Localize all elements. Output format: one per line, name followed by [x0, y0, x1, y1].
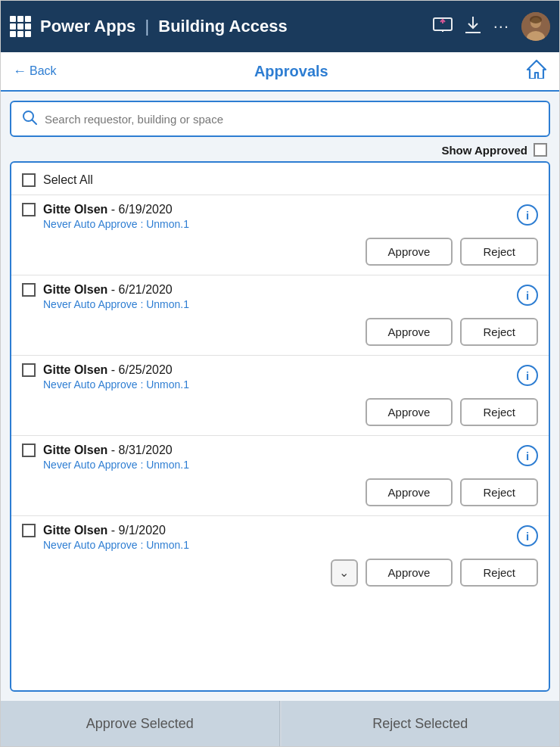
approve-btn-1[interactable]: Approve [366, 318, 453, 346]
approval-item: Gitte Olsen - 6/19/2020 Never Auto Appro… [11, 195, 549, 275]
svg-line-13 [33, 120, 37, 124]
approval-item-top-0: Gitte Olsen - 6/19/2020 Never Auto Appro… [22, 203, 538, 230]
svg-marker-11 [527, 61, 546, 79]
select-all-row: Select All [11, 169, 549, 195]
approve-selected-button[interactable]: Approve Selected [1, 701, 280, 746]
back-arrow-icon: ← [13, 64, 26, 79]
approval-info-1: Gitte Olsen - 6/21/2020 Never Auto Appro… [43, 283, 509, 310]
approval-item: Gitte Olsen - 6/25/2020 Never Auto Appro… [11, 355, 549, 435]
download-icon[interactable] [465, 16, 481, 38]
approvals-list: Select All Gitte Olsen - 6/19/2020 Never… [10, 161, 550, 692]
approval-item-sub-0[interactable]: Never Auto Approve : Unmon.1 [43, 218, 509, 230]
item-checkbox-0[interactable] [22, 203, 36, 216]
back-label: Back [30, 64, 57, 78]
approval-info-0: Gitte Olsen - 6/19/2020 Never Auto Appro… [43, 203, 509, 230]
reject-selected-button[interactable]: Reject Selected [282, 701, 560, 746]
approval-actions-4: ⌄ Approve Reject [22, 559, 538, 587]
approval-actions-3: Approve Reject [22, 478, 538, 506]
reject-btn-1[interactable]: Reject [460, 318, 538, 346]
approval-item-name-2: Gitte Olsen - 6/25/2020 [43, 363, 509, 377]
approval-actions-2: Approve Reject [22, 398, 538, 426]
more-icon[interactable]: ··· [493, 17, 509, 36]
item-checkbox-3[interactable] [22, 444, 36, 457]
main-content: Show Approved Select All Gitte Olsen - 6… [1, 92, 559, 701]
top-bar-title: Power Apps | Building Access [40, 17, 424, 36]
show-approved-row: Show Approved [10, 143, 550, 157]
approval-info-3: Gitte Olsen - 8/31/2020 Never Auto Appro… [43, 444, 509, 471]
approvals-container: Gitte Olsen - 6/19/2020 Never Auto Appro… [11, 195, 549, 596]
reject-btn-4[interactable]: Reject [460, 559, 538, 587]
approval-item: Gitte Olsen - 9/1/2020 Never Auto Approv… [11, 515, 549, 596]
item-checkbox-4[interactable] [22, 524, 36, 537]
reject-btn-3[interactable]: Reject [460, 478, 538, 506]
title-divider: | [145, 17, 154, 36]
show-approved-label: Show Approved [441, 144, 527, 157]
screen-icon[interactable] [433, 17, 453, 36]
approval-actions-0: Approve Reject [22, 238, 538, 266]
select-all-checkbox[interactable] [22, 173, 36, 187]
info-icon-2[interactable]: i [517, 365, 538, 386]
approval-item-sub-1[interactable]: Never Auto Approve : Unmon.1 [43, 298, 509, 310]
approval-item-name-3: Gitte Olsen - 8/31/2020 [43, 444, 509, 457]
top-bar: Power Apps | Building Access [1, 1, 559, 52]
approval-item-sub-4[interactable]: Never Auto Approve : Unmon.1 [43, 539, 509, 551]
approval-info-4: Gitte Olsen - 9/1/2020 Never Auto Approv… [43, 524, 509, 551]
approve-btn-2[interactable]: Approve [366, 398, 453, 426]
info-icon-4[interactable]: i [517, 525, 538, 546]
info-icon-0[interactable]: i [517, 204, 538, 226]
app-name: Power Apps [40, 17, 135, 36]
page-title: Approvals [57, 63, 526, 80]
back-button[interactable]: ← Back [13, 64, 57, 79]
home-icon[interactable] [526, 59, 547, 83]
page-name: Building Access [158, 17, 287, 36]
grid-icon[interactable] [10, 16, 31, 37]
show-approved-checkbox[interactable] [534, 143, 547, 157]
info-icon-3[interactable]: i [517, 445, 538, 466]
svg-point-10 [530, 16, 542, 23]
approve-btn-3[interactable]: Approve [366, 478, 453, 506]
approval-item-top-4: Gitte Olsen - 9/1/2020 Never Auto Approv… [22, 524, 538, 551]
chevron-btn-4[interactable]: ⌄ [331, 559, 358, 587]
approval-item-sub-3[interactable]: Never Auto Approve : Unmon.1 [43, 459, 509, 471]
approval-item: Gitte Olsen - 6/21/2020 Never Auto Appro… [11, 275, 549, 355]
approve-btn-0[interactable]: Approve [366, 238, 453, 266]
reject-btn-0[interactable]: Reject [460, 238, 538, 266]
nav-bar: ← Back Approvals [1, 52, 559, 92]
search-bar [10, 101, 550, 137]
approval-item-name-4: Gitte Olsen - 9/1/2020 [43, 524, 509, 537]
approval-item-name-1: Gitte Olsen - 6/21/2020 [43, 283, 509, 297]
item-checkbox-2[interactable] [22, 363, 36, 377]
approve-btn-4[interactable]: Approve [366, 559, 453, 587]
approval-item-name-0: Gitte Olsen - 6/19/2020 [43, 203, 509, 216]
app-container: Power Apps | Building Access [0, 0, 560, 747]
reject-btn-2[interactable]: Reject [460, 398, 538, 426]
approval-actions-1: Approve Reject [22, 318, 538, 346]
top-bar-actions: ··· [433, 12, 550, 41]
bottom-bar: Approve Selected Reject Selected [1, 701, 559, 746]
search-input[interactable] [45, 113, 538, 126]
avatar[interactable] [521, 12, 550, 41]
item-checkbox-1[interactable] [22, 283, 36, 297]
approval-item-top-3: Gitte Olsen - 8/31/2020 Never Auto Appro… [22, 444, 538, 471]
approval-item: Gitte Olsen - 8/31/2020 Never Auto Appro… [11, 435, 549, 515]
search-icon [22, 110, 37, 129]
approval-item-sub-2[interactable]: Never Auto Approve : Unmon.1 [43, 378, 509, 391]
info-icon-1[interactable]: i [517, 285, 538, 306]
approval-info-2: Gitte Olsen - 6/25/2020 Never Auto Appro… [43, 363, 509, 391]
approval-item-top-1: Gitte Olsen - 6/21/2020 Never Auto Appro… [22, 283, 538, 310]
approval-item-top-2: Gitte Olsen - 6/25/2020 Never Auto Appro… [22, 363, 538, 391]
select-all-label: Select All [43, 173, 93, 187]
